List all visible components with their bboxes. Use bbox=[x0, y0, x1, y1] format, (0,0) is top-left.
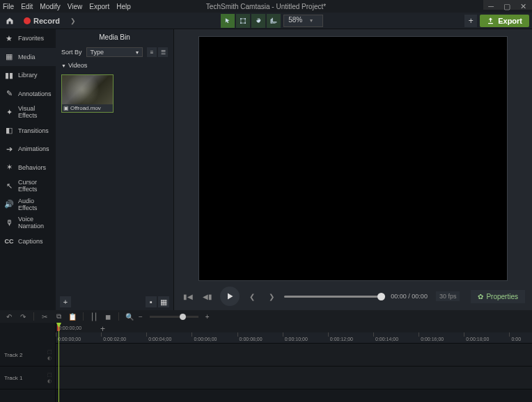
sidebar-item-visual-effects[interactable]: ✦Visual Effects bbox=[0, 103, 56, 122]
playhead[interactable] bbox=[58, 323, 59, 402]
fps-indicator[interactable]: 30 fps bbox=[436, 291, 460, 301]
sidebar-item-animations[interactable]: ➔Animations bbox=[0, 140, 56, 159]
redo-button[interactable]: ↷ bbox=[18, 312, 28, 321]
add-source-button[interactable]: + bbox=[464, 15, 477, 27]
timeline-time-header: + 0:00:00;00 bbox=[56, 323, 532, 332]
ruler-tick: 0:00:14;00 bbox=[373, 332, 398, 337]
cut-button[interactable]: ✂ bbox=[40, 312, 49, 321]
view-tiles-button[interactable]: ▪ bbox=[146, 296, 157, 307]
step-back-button[interactable]: ◀▮ bbox=[201, 289, 214, 303]
marker-button[interactable]: ◼ bbox=[103, 312, 113, 321]
sidebar-item-captions[interactable]: CCCaptions bbox=[0, 232, 56, 251]
paste-button[interactable]: 📋 bbox=[68, 312, 77, 321]
ruler-tick: 0:00:00;00 bbox=[56, 332, 81, 337]
track-label[interactable]: Track 2⬚◐ bbox=[0, 344, 56, 366]
canvas-zoom-select[interactable]: 58% bbox=[283, 15, 323, 27]
zoom-icon: 🔍 bbox=[125, 312, 134, 321]
crop-tool[interactable] bbox=[267, 14, 281, 28]
record-button[interactable]: Record bbox=[19, 15, 64, 26]
track-lock-icon[interactable]: ⬚ bbox=[47, 349, 52, 355]
menu-file[interactable]: File bbox=[3, 3, 14, 10]
sidebar-item-behaviors[interactable]: ✶Behaviors bbox=[0, 159, 56, 177]
sidebar-item-annotations[interactable]: ✎Annotations bbox=[0, 85, 56, 104]
timeline-zoom-slider[interactable] bbox=[150, 316, 198, 318]
ruler-tick: 0:00:04;00 bbox=[146, 332, 171, 337]
sidebar-item-audio-effects[interactable]: 🔊Audio Effects bbox=[0, 195, 56, 214]
track-lock-icon[interactable]: ⬚ bbox=[47, 372, 52, 378]
record-dropdown[interactable]: ❯ bbox=[67, 15, 79, 27]
sidebar: ★Favorites ▦Media ▮▮Library ✎Annotations… bbox=[0, 29, 56, 310]
star-icon: ★ bbox=[4, 33, 14, 43]
play-button[interactable] bbox=[220, 287, 240, 306]
copy-button[interactable]: ⧉ bbox=[54, 312, 63, 321]
add-media-button[interactable]: + bbox=[60, 296, 71, 307]
select-tool[interactable] bbox=[221, 14, 235, 28]
track-area[interactable] bbox=[56, 367, 532, 389]
sidebar-item-media[interactable]: ▦Media bbox=[0, 48, 56, 67]
step-next-button[interactable]: ❯ bbox=[265, 289, 279, 303]
view-list-button[interactable]: ≡ bbox=[147, 47, 157, 57]
sidebar-item-favorites[interactable]: ★Favorites bbox=[0, 29, 56, 48]
sidebar-item-transitions[interactable]: ◧Transitions bbox=[0, 122, 56, 140]
pan-tool[interactable] bbox=[251, 14, 265, 28]
sort-by-dropdown[interactable]: Type▾ bbox=[86, 47, 143, 57]
timeline-ruler[interactable]: 0:00:00;000:00:02;000:00:04;000:00:06;00… bbox=[56, 332, 532, 344]
ruler-tick: 0:00:10;00 bbox=[283, 332, 308, 337]
speaker-icon: 🔊 bbox=[4, 200, 14, 209]
view-grid-button[interactable]: ▦ bbox=[158, 296, 169, 307]
menu-edit[interactable]: Edit bbox=[21, 3, 33, 10]
upload-icon bbox=[487, 17, 494, 24]
canvas-tool-group bbox=[221, 14, 281, 28]
mic-icon: 🎙 bbox=[4, 218, 14, 227]
sidebar-item-voice-narration[interactable]: 🎙Voice Narration bbox=[0, 214, 56, 232]
videos-section-header[interactable]: ▼Videos bbox=[56, 59, 173, 72]
preview-canvas[interactable] bbox=[198, 36, 508, 281]
track-toggle-icon[interactable]: ◐ bbox=[47, 355, 52, 361]
chevron-down-icon: ▼ bbox=[61, 63, 66, 68]
video-file-icon: ▣ bbox=[63, 105, 69, 111]
media-bin-panel: Media Bin Sort By Type▾ ≡ ☰ ▼Videos ▣Off… bbox=[56, 29, 174, 310]
menu-export[interactable]: Export bbox=[89, 3, 109, 10]
track-area[interactable] bbox=[56, 344, 532, 366]
prev-clip-button[interactable]: ▮◀ bbox=[181, 289, 195, 303]
view-details-button[interactable]: ☰ bbox=[158, 47, 168, 57]
timeline: ↶ ↷ ✂ ⧉ 📋 ⎮⎮ ◼ 🔍 − + + 0:00:00;00 0:00:0… bbox=[0, 310, 532, 402]
track-row: Track 1⬚◐ bbox=[0, 367, 532, 389]
clip-filename: Offroad.mov bbox=[70, 105, 101, 111]
timeline-toolbar: ↶ ↷ ✂ ⧉ 📋 ⎮⎮ ◼ 🔍 − + bbox=[0, 310, 532, 323]
menu-help[interactable]: Help bbox=[116, 3, 131, 10]
split-button[interactable]: ⎮⎮ bbox=[89, 312, 99, 321]
cc-icon: CC bbox=[4, 236, 14, 246]
sidebar-item-library[interactable]: ▮▮Library bbox=[0, 66, 56, 85]
zoom-in-button[interactable]: + bbox=[205, 313, 210, 321]
ruler-tick: 0:00 bbox=[509, 332, 521, 337]
annotation-icon: ✎ bbox=[4, 89, 14, 99]
timeline-options-button[interactable] bbox=[483, 0, 532, 10]
canvas-area: ▮◀ ◀▮ ❮ ❯ 00:00 / 00:00 30 fps ✿Properti… bbox=[174, 29, 532, 310]
ruler-tick: 0:00:02;00 bbox=[101, 332, 126, 337]
playback-scrubber[interactable] bbox=[284, 296, 385, 298]
playback-bar: ▮◀ ◀▮ ❮ ❯ 00:00 / 00:00 30 fps ✿Properti… bbox=[174, 282, 532, 310]
menu-bar: File Edit Modify View Export Help bbox=[0, 0, 532, 13]
home-button[interactable] bbox=[3, 14, 17, 28]
record-icon bbox=[24, 17, 31, 24]
film-icon: ▦ bbox=[4, 52, 14, 62]
properties-button[interactable]: ✿Properties bbox=[471, 290, 525, 303]
sidebar-item-cursor-effects[interactable]: ↖Cursor Effects bbox=[0, 177, 56, 195]
gear-icon: ✿ bbox=[478, 293, 483, 300]
undo-button[interactable]: ↶ bbox=[4, 312, 14, 321]
zoom-out-button[interactable]: − bbox=[139, 313, 143, 321]
behaviors-icon: ✶ bbox=[4, 163, 14, 172]
media-clip[interactable]: ▣Offroad.mov bbox=[61, 74, 114, 113]
wand-icon: ✦ bbox=[4, 107, 14, 117]
ruler-tick: 0:00:18;00 bbox=[464, 332, 489, 337]
export-button[interactable]: Export bbox=[480, 15, 529, 27]
menu-view[interactable]: View bbox=[68, 3, 83, 10]
ruler-tick: 0:00:06;00 bbox=[191, 332, 217, 337]
record-label: Record bbox=[33, 17, 60, 25]
track-toggle-icon[interactable]: ◐ bbox=[47, 378, 52, 384]
menu-modify[interactable]: Modify bbox=[40, 3, 60, 10]
track-label[interactable]: Track 1⬚◐ bbox=[0, 367, 56, 389]
step-prev-button[interactable]: ❮ bbox=[245, 289, 259, 303]
crop-anchor-tool[interactable] bbox=[236, 14, 250, 28]
